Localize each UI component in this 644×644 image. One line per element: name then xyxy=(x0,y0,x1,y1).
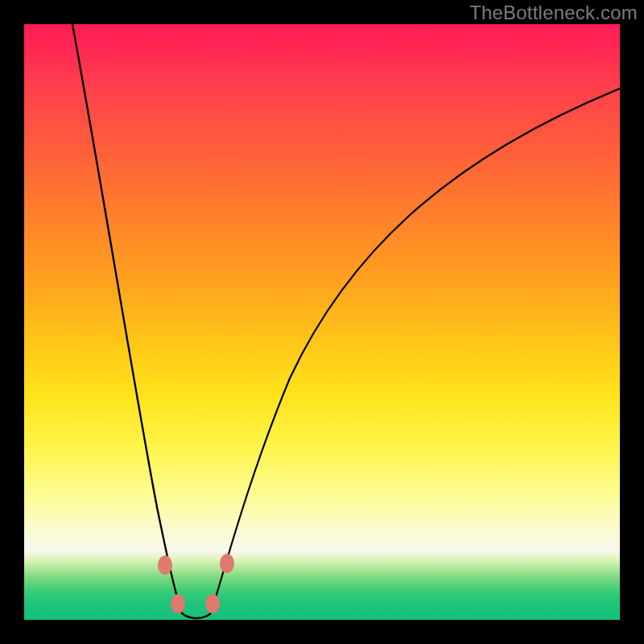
curve-right-branch xyxy=(211,89,620,613)
curve-layer xyxy=(24,24,620,620)
curve-floor xyxy=(182,613,211,618)
curve-left-branch xyxy=(72,24,182,613)
bead-left-upper xyxy=(158,555,172,575)
bead-right-lower xyxy=(205,594,220,613)
plot-area xyxy=(24,24,620,620)
watermark-text: TheBottleneck.com xyxy=(469,2,638,24)
bead-left-lower xyxy=(171,594,185,613)
bead-right-upper xyxy=(220,554,234,573)
